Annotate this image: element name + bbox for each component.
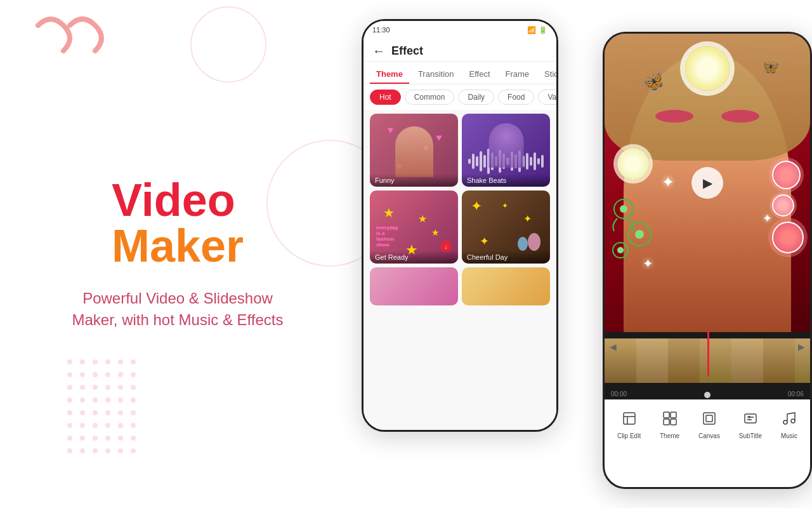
- play-icon: ▶: [703, 175, 712, 190]
- star-icon: ★: [431, 227, 440, 237]
- theme-icon: [662, 411, 678, 430]
- time-start: 00:00: [611, 391, 627, 398]
- theme-label: Theme: [660, 432, 679, 439]
- effect-card-getready[interactable]: ★ ★ ★ ★ everydayis afashionshow ↓ Get Re…: [370, 190, 458, 264]
- canvas-button[interactable]: Canvas: [696, 407, 723, 443]
- svg-text:T: T: [748, 415, 751, 420]
- timeline-thumb-6: [763, 338, 795, 383]
- clip-edit-label: Clip Edit: [617, 432, 641, 439]
- tab-frame[interactable]: Frame: [499, 65, 536, 84]
- title-maker: Maker: [112, 220, 244, 271]
- gold-star: ✦: [480, 234, 489, 248]
- balloon: [528, 233, 540, 251]
- play-button[interactable]: ▶: [691, 167, 723, 199]
- flower-top: [685, 46, 730, 91]
- timeline-cursor: [707, 332, 709, 377]
- screen-title: Effect: [391, 44, 423, 58]
- clip-edit-button[interactable]: Clip Edit: [615, 407, 643, 443]
- filter-food[interactable]: Food: [498, 90, 534, 105]
- time-indicator: [704, 392, 710, 398]
- music-label: Music: [781, 432, 797, 439]
- gold-star: ✦: [471, 198, 482, 215]
- effect-card-extra2[interactable]: [462, 267, 550, 305]
- svg-rect-62: [664, 419, 669, 425]
- eye-shadow-right: [721, 110, 759, 123]
- star-icon: ★: [418, 213, 427, 225]
- neon-text: everydayis afashionshow: [376, 225, 398, 248]
- back-button[interactable]: ←: [372, 44, 385, 58]
- filter-common[interactable]: Common: [405, 90, 455, 105]
- timeline-thumb-4: [700, 338, 731, 383]
- effect-card-shake[interactable]: Shake Beats: [462, 114, 550, 187]
- heart-icon: ♥: [388, 124, 394, 136]
- figure-silhouette: [395, 126, 433, 177]
- left-section: Video Maker Powerful Video & SlideshowMa…: [0, 0, 355, 508]
- sparkle-icon-3: ✦: [643, 256, 653, 271]
- status-time: 11:30: [372, 26, 390, 34]
- svg-point-71: [791, 419, 795, 423]
- flower-shoulder: [617, 148, 649, 180]
- effect-label-getready: Get Ready: [370, 251, 458, 264]
- effect-card-funny[interactable]: ♥ ♥ ♥ ♥ Funny: [370, 114, 458, 187]
- effect-label-funny: Funny: [370, 174, 458, 187]
- app-header: ← Effect: [363, 39, 556, 62]
- eye-shadow-left: [655, 110, 693, 123]
- svg-rect-64: [704, 413, 715, 424]
- phone-left: 11:30 📶 🔋 ← Effect Theme Transition Effe…: [362, 19, 558, 432]
- status-bar: 11:30 📶 🔋: [363, 21, 556, 39]
- effects-grid: ♥ ♥ ♥ ♥ Funny: [363, 110, 556, 309]
- svg-rect-60: [664, 412, 669, 418]
- timeline-right-arrow[interactable]: ▶: [798, 342, 805, 352]
- sparkle-icon-2: ✦: [763, 211, 772, 225]
- bottom-toolbar: Clip Edit Theme Canvas: [605, 399, 810, 450]
- tab-theme[interactable]: Theme: [370, 65, 409, 84]
- timeline-thumb-3: [668, 338, 700, 383]
- app-title: Video Maker: [112, 177, 244, 269]
- effect-card-extra1[interactable]: [370, 267, 458, 305]
- filter-daily[interactable]: Daily: [458, 90, 494, 105]
- timeline-thumb-5: [731, 338, 763, 383]
- heart-icon: ♥: [436, 132, 442, 144]
- svg-rect-57: [624, 413, 635, 424]
- video-preview: 🦋 🦋 ✦ ✦ ✦ ▶: [605, 34, 810, 332]
- timeline-left-arrow[interactable]: ◀: [610, 342, 617, 352]
- clip-edit-icon: [622, 411, 637, 430]
- tab-effect[interactable]: Effect: [463, 65, 497, 84]
- title-video: Video: [112, 175, 235, 225]
- svg-point-54: [635, 230, 644, 239]
- svg-rect-61: [671, 412, 676, 418]
- gold-star: ✦: [523, 213, 532, 225]
- tab-transition[interactable]: Transition: [412, 65, 461, 84]
- time-labels: 00:00 00:06: [605, 389, 810, 399]
- gold-star: ✦: [502, 201, 508, 210]
- app-subtitle: Powerful Video & SlideshowMaker, with ho…: [72, 288, 283, 330]
- effect-label-cheerful: Cheerful Day: [462, 251, 550, 264]
- svg-rect-63: [671, 419, 676, 425]
- tab-sticker[interactable]: Sticker: [538, 65, 556, 84]
- filter-hot[interactable]: Hot: [370, 90, 401, 105]
- svg-point-56: [617, 247, 624, 253]
- tabs-row: Theme Transition Effect Frame Sticker: [363, 62, 556, 84]
- filter-valentine[interactable]: Valentine: [538, 90, 556, 105]
- timeline-section: ◀ ▶: [605, 332, 810, 389]
- balloon-2: [518, 237, 528, 251]
- music-button[interactable]: Music: [778, 407, 800, 443]
- sparkle-icon: ✦: [662, 173, 674, 191]
- phone-right: 🦋 🦋 ✦ ✦ ✦ ▶: [603, 32, 812, 489]
- figure-silhouette-2: [488, 123, 523, 168]
- wifi-icon: 📶: [527, 26, 536, 34]
- music-icon: [782, 411, 797, 430]
- timeline-thumb-2: [636, 338, 668, 383]
- time-end: 00:06: [788, 391, 804, 398]
- subtitle-button[interactable]: T SubTitle: [737, 407, 764, 443]
- filter-row: Hot Common Daily Food Valentine: [363, 84, 556, 110]
- star-icon: ★: [383, 205, 395, 220]
- canvas-icon: [702, 411, 717, 430]
- sticker-flowers: [772, 161, 804, 253]
- subtitle-label: SubTitle: [739, 432, 762, 439]
- svg-rect-65: [706, 415, 712, 422]
- canvas-label: Canvas: [698, 432, 720, 439]
- subtitle-icon: T: [743, 411, 758, 430]
- effect-card-cheerful[interactable]: ✦ ✦ ✦ ✦ Cheerful Day: [462, 190, 550, 264]
- theme-button[interactable]: Theme: [657, 407, 682, 443]
